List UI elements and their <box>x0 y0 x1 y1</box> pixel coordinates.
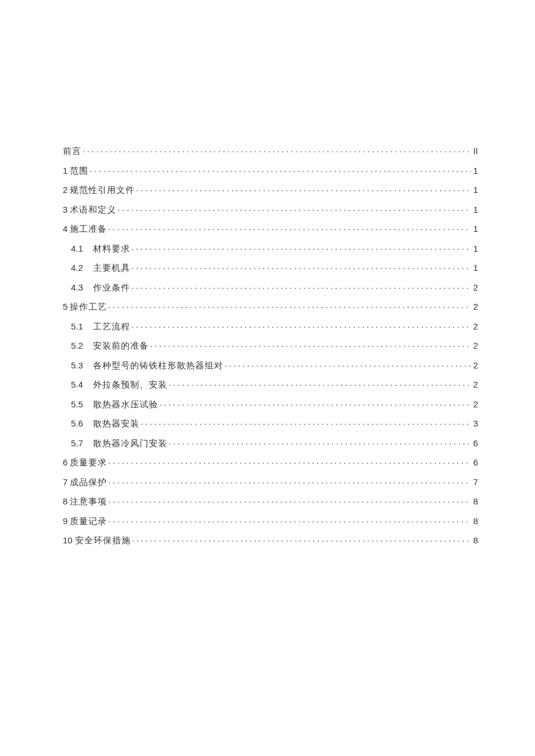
toc-leader-dots <box>108 457 470 465</box>
toc-entry-title: 安装前的准备 <box>93 342 149 350</box>
toc-entry: 4.3作业条件2 <box>63 282 478 292</box>
toc-entry: 3术语和定义1 <box>63 204 478 214</box>
toc-entry-page: 1 <box>472 166 478 175</box>
toc-entry: 5操作工艺2 <box>63 301 478 311</box>
toc-entry-number: 1 <box>63 166 67 175</box>
toc-entry-page: 2 <box>472 283 478 292</box>
toc-leader-dots <box>141 418 471 427</box>
toc-entry-page: 8 <box>472 517 478 525</box>
toc-entry-number: 4.3 <box>71 283 93 292</box>
toc-entry-title: 安全环保措施 <box>75 536 131 545</box>
toc-entry: 5.6散热器安装3 <box>63 418 478 428</box>
toc-entry-number: 9 <box>63 517 67 525</box>
toc-entry-page: 6 <box>472 439 478 447</box>
toc-entry: 4.2主要机具1 <box>63 262 478 273</box>
toc-entry: 前言II <box>63 145 478 156</box>
toc-entry-title: 术语和定义 <box>70 206 116 214</box>
toc-entry: 1范围1 <box>63 165 478 175</box>
toc-entry-page: II <box>472 146 478 155</box>
toc-entry-title: 各种型号的铸铁柱形散热器组对 <box>93 361 223 370</box>
toc-entry-page: 3 <box>472 419 478 428</box>
toc-entry-title: 注意事项 <box>70 497 107 506</box>
toc-leader-dots <box>169 438 471 446</box>
toc-entry: 4.1材料要求1 <box>63 243 478 253</box>
toc-leader-dots <box>83 145 471 154</box>
toc-entry-page: 6 <box>472 458 478 467</box>
toc-leader-dots <box>108 223 470 232</box>
toc-entry-number: 5.5 <box>71 400 93 409</box>
toc-entry-title: 作业条件 <box>93 284 130 292</box>
toc-entry-page: 1 <box>472 205 478 214</box>
toc-entry-page: 2 <box>472 322 478 331</box>
toc-entry-number: 5 <box>63 302 67 311</box>
toc-entry-page: 1 <box>472 263 478 272</box>
toc-entry-title: 操作工艺 <box>70 303 107 311</box>
toc-entry-title: 主要机具 <box>93 264 130 273</box>
toc-entry-number: 3 <box>63 205 67 214</box>
toc-entry: 10安全环保措施8 <box>63 535 478 545</box>
toc-entry-page: 2 <box>472 302 478 311</box>
toc-entry-title: 质量要求 <box>70 458 107 467</box>
toc-leader-dots <box>131 321 471 329</box>
toc-entry-number: 10 <box>63 536 73 544</box>
toc-entry-number: 6 <box>63 458 67 467</box>
toc-entry-number: 4.1 <box>71 244 93 253</box>
toc-entry-page: 1 <box>472 185 478 194</box>
toc-entry: 7成品保护7 <box>63 476 478 487</box>
toc-entry-title: 散热器安装 <box>93 420 140 428</box>
toc-entry-title: 范围 <box>70 167 88 175</box>
toc-leader-dots <box>150 340 471 349</box>
toc-entry-page: 2 <box>472 380 478 389</box>
toc-entry-title: 规范性引用文件 <box>70 186 135 195</box>
toc-entry-number: 4.2 <box>71 263 93 272</box>
toc-entry-number: 2 <box>63 185 67 194</box>
toc-entry-title: 前言 <box>63 147 81 156</box>
toc-leader-dots <box>159 399 471 407</box>
toc-leader-dots <box>169 379 471 388</box>
toc-entry-page: 1 <box>472 244 478 253</box>
toc-entry: 5.2安装前的准备2 <box>63 340 478 350</box>
toc-entry-page: 1 <box>472 224 478 233</box>
toc-entry-title: 散热器冷风门安装 <box>93 439 167 448</box>
toc-entry-number: 4 <box>63 224 67 233</box>
toc-entry-title: 散热器水压试验 <box>93 400 158 409</box>
toc-entry-number: 7 <box>63 478 67 486</box>
toc-entry: 9质量记录8 <box>63 515 478 526</box>
toc-entry: 8注意事项8 <box>63 496 478 506</box>
toc-entry-number: 5.6 <box>71 419 93 428</box>
toc-entry: 6质量要求6 <box>63 457 478 467</box>
toc-leader-dots <box>224 360 471 368</box>
toc-entry-title: 施工准备 <box>70 225 107 234</box>
toc-entry-title: 外拉条预制、安装 <box>93 381 167 389</box>
toc-leader-dots <box>132 535 471 543</box>
toc-entry-number: 5.4 <box>71 380 93 389</box>
toc-entry-page: 2 <box>472 361 478 370</box>
toc-leader-dots <box>131 243 471 252</box>
toc-entry-number: 5.3 <box>71 361 93 370</box>
toc-leader-dots <box>131 282 471 291</box>
toc-entry-page: 2 <box>472 341 478 350</box>
toc-entry: 2规范性引用文件1 <box>63 184 478 195</box>
toc-entry-number: 5.1 <box>71 322 93 331</box>
toc-entry: 5.7散热器冷风门安装6 <box>63 438 478 448</box>
toc-leader-dots <box>108 496 470 504</box>
toc-leader-dots <box>108 476 470 485</box>
toc-entry-number: 8 <box>63 497 67 506</box>
toc-entry-title: 工艺流程 <box>93 323 130 331</box>
toc-leader-dots <box>117 204 470 213</box>
toc-entry-number: 5.2 <box>71 341 93 350</box>
toc-leader-dots <box>136 184 470 193</box>
toc-entry-title: 质量记录 <box>70 517 107 526</box>
toc-entry-page: 8 <box>472 536 478 544</box>
toc-entry-number: 5.7 <box>71 439 93 447</box>
toc-leader-dots <box>108 301 470 310</box>
toc-entry-title: 材料要求 <box>93 245 130 253</box>
toc-entry-page: 2 <box>472 400 478 409</box>
toc-leader-dots <box>108 515 470 524</box>
toc-entry-page: 8 <box>472 497 478 506</box>
toc-entry: 5.3各种型号的铸铁柱形散热器组对2 <box>63 360 478 370</box>
toc-leader-dots <box>131 262 471 271</box>
toc-entry: 4施工准备1 <box>63 223 478 234</box>
toc-entry: 5.1工艺流程2 <box>63 321 478 331</box>
table-of-contents: 前言II1范围12规范性引用文件13术语和定义14施工准备14.1材料要求14.… <box>63 145 478 545</box>
